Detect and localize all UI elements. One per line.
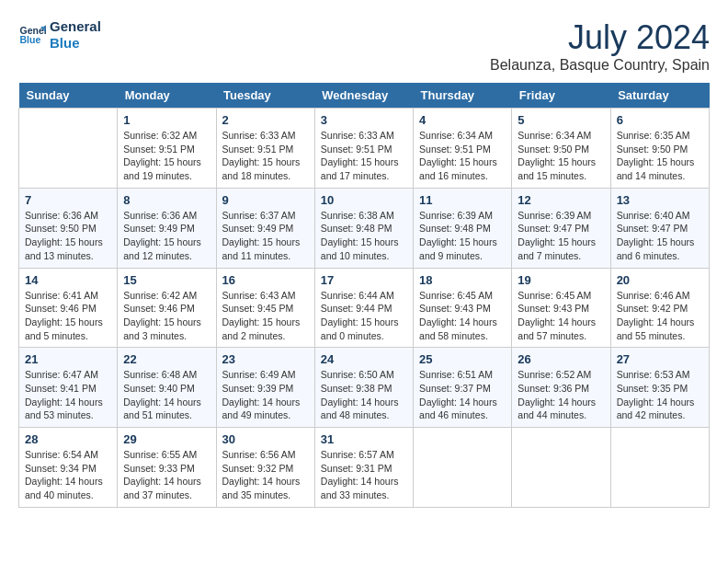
day-number: 27: [617, 352, 703, 366]
calendar-cell: 31Sunrise: 6:57 AM Sunset: 9:31 PM Dayli…: [314, 428, 413, 508]
day-detail: Sunrise: 6:53 AM Sunset: 9:35 PM Dayligh…: [617, 368, 703, 422]
calendar-cell: 5Sunrise: 6:34 AM Sunset: 9:50 PM Daylig…: [512, 109, 610, 189]
calendar-cell: 28Sunrise: 6:54 AM Sunset: 9:34 PM Dayli…: [19, 428, 118, 508]
day-detail: Sunrise: 6:33 AM Sunset: 9:51 PM Dayligh…: [222, 129, 309, 183]
calendar-cell: [19, 109, 118, 189]
calendar-cell: 6Sunrise: 6:35 AM Sunset: 9:50 PM Daylig…: [610, 109, 709, 189]
day-detail: Sunrise: 6:42 AM Sunset: 9:46 PM Dayligh…: [123, 289, 210, 343]
day-detail: Sunrise: 6:56 AM Sunset: 9:32 PM Dayligh…: [222, 448, 309, 502]
calendar-cell: 15Sunrise: 6:42 AM Sunset: 9:46 PM Dayli…: [118, 268, 216, 348]
day-number: 28: [25, 432, 111, 446]
header-saturday: Saturday: [610, 83, 709, 109]
day-detail: Sunrise: 6:32 AM Sunset: 9:51 PM Dayligh…: [123, 129, 210, 183]
calendar-cell: 29Sunrise: 6:55 AM Sunset: 9:33 PM Dayli…: [118, 428, 216, 508]
calendar-cell: 18Sunrise: 6:45 AM Sunset: 9:43 PM Dayli…: [414, 268, 512, 348]
day-number: 25: [419, 352, 506, 366]
day-number: 20: [617, 273, 703, 287]
day-number: 16: [222, 273, 309, 287]
calendar-cell: 20Sunrise: 6:46 AM Sunset: 9:42 PM Dayli…: [610, 268, 709, 348]
calendar-week-3: 14Sunrise: 6:41 AM Sunset: 9:46 PM Dayli…: [19, 268, 710, 348]
day-number: 24: [321, 352, 407, 366]
logo-icon: General Blue: [18, 21, 46, 49]
day-number: 4: [419, 113, 506, 127]
day-detail: Sunrise: 6:52 AM Sunset: 9:36 PM Dayligh…: [518, 368, 604, 422]
location: Belaunza, Basque Country, Spain: [490, 57, 710, 74]
calendar-cell: 1Sunrise: 6:32 AM Sunset: 9:51 PM Daylig…: [118, 109, 216, 189]
calendar-cell: 12Sunrise: 6:39 AM Sunset: 9:47 PM Dayli…: [512, 188, 610, 268]
calendar-cell: [512, 428, 610, 508]
day-detail: Sunrise: 6:36 AM Sunset: 9:49 PM Dayligh…: [123, 209, 210, 263]
page-header: General Blue General Blue July 2024 Bela…: [18, 18, 710, 74]
day-number: 14: [25, 273, 111, 287]
header-friday: Friday: [512, 83, 610, 109]
calendar-cell: 26Sunrise: 6:52 AM Sunset: 9:36 PM Dayli…: [512, 348, 610, 428]
day-number: 22: [123, 352, 210, 366]
calendar-cell: 4Sunrise: 6:34 AM Sunset: 9:51 PM Daylig…: [414, 109, 512, 189]
day-detail: Sunrise: 6:38 AM Sunset: 9:48 PM Dayligh…: [321, 209, 407, 263]
calendar-week-5: 28Sunrise: 6:54 AM Sunset: 9:34 PM Dayli…: [19, 428, 710, 508]
calendar-cell: 27Sunrise: 6:53 AM Sunset: 9:35 PM Dayli…: [610, 348, 709, 428]
day-detail: Sunrise: 6:45 AM Sunset: 9:43 PM Dayligh…: [419, 289, 506, 343]
day-number: 29: [123, 432, 210, 446]
day-detail: Sunrise: 6:40 AM Sunset: 9:47 PM Dayligh…: [617, 209, 703, 263]
calendar-week-2: 7Sunrise: 6:36 AM Sunset: 9:50 PM Daylig…: [19, 188, 710, 268]
day-number: 9: [222, 193, 309, 207]
day-detail: Sunrise: 6:43 AM Sunset: 9:45 PM Dayligh…: [222, 289, 309, 343]
day-detail: Sunrise: 6:48 AM Sunset: 9:40 PM Dayligh…: [123, 368, 210, 422]
calendar-cell: 10Sunrise: 6:38 AM Sunset: 9:48 PM Dayli…: [314, 188, 413, 268]
day-detail: Sunrise: 6:37 AM Sunset: 9:49 PM Dayligh…: [222, 209, 309, 263]
day-number: 1: [123, 113, 210, 127]
header-tuesday: Tuesday: [216, 83, 314, 109]
day-number: 18: [419, 273, 506, 287]
day-number: 6: [617, 113, 703, 127]
calendar-week-1: 1Sunrise: 6:32 AM Sunset: 9:51 PM Daylig…: [19, 109, 710, 189]
calendar-cell: 22Sunrise: 6:48 AM Sunset: 9:40 PM Dayli…: [118, 348, 216, 428]
day-detail: Sunrise: 6:54 AM Sunset: 9:34 PM Dayligh…: [25, 448, 111, 502]
logo-line2: Blue: [50, 35, 101, 52]
day-detail: Sunrise: 6:46 AM Sunset: 9:42 PM Dayligh…: [617, 289, 703, 343]
day-number: 15: [123, 273, 210, 287]
day-number: 3: [321, 113, 407, 127]
day-detail: Sunrise: 6:55 AM Sunset: 9:33 PM Dayligh…: [123, 448, 210, 502]
logo-line1: General: [50, 18, 101, 35]
header-thursday: Thursday: [414, 83, 512, 109]
day-detail: Sunrise: 6:34 AM Sunset: 9:51 PM Dayligh…: [419, 129, 506, 183]
calendar-cell: 24Sunrise: 6:50 AM Sunset: 9:38 PM Dayli…: [314, 348, 413, 428]
day-number: 30: [222, 432, 309, 446]
calendar-cell: 14Sunrise: 6:41 AM Sunset: 9:46 PM Dayli…: [19, 268, 118, 348]
month-year: July 2024: [490, 18, 710, 57]
day-detail: Sunrise: 6:44 AM Sunset: 9:44 PM Dayligh…: [321, 289, 407, 343]
header-sunday: Sunday: [19, 83, 118, 109]
title-block: July 2024 Belaunza, Basque Country, Spai…: [490, 18, 710, 74]
day-detail: Sunrise: 6:50 AM Sunset: 9:38 PM Dayligh…: [321, 368, 407, 422]
calendar-cell: 17Sunrise: 6:44 AM Sunset: 9:44 PM Dayli…: [314, 268, 413, 348]
calendar-cell: 3Sunrise: 6:33 AM Sunset: 9:51 PM Daylig…: [314, 109, 413, 189]
calendar-cell: 13Sunrise: 6:40 AM Sunset: 9:47 PM Dayli…: [610, 188, 709, 268]
calendar-header-row: Sunday Monday Tuesday Wednesday Thursday…: [19, 83, 710, 109]
calendar-cell: 30Sunrise: 6:56 AM Sunset: 9:32 PM Dayli…: [216, 428, 314, 508]
header-monday: Monday: [118, 83, 216, 109]
day-number: 12: [518, 193, 604, 207]
day-detail: Sunrise: 6:45 AM Sunset: 9:43 PM Dayligh…: [518, 289, 604, 343]
calendar-cell: 11Sunrise: 6:39 AM Sunset: 9:48 PM Dayli…: [414, 188, 512, 268]
day-detail: Sunrise: 6:36 AM Sunset: 9:50 PM Dayligh…: [25, 209, 111, 263]
day-number: 23: [222, 352, 309, 366]
calendar-cell: 9Sunrise: 6:37 AM Sunset: 9:49 PM Daylig…: [216, 188, 314, 268]
day-number: 26: [518, 352, 604, 366]
day-number: 7: [25, 193, 111, 207]
logo: General Blue General Blue: [18, 18, 101, 52]
day-detail: Sunrise: 6:51 AM Sunset: 9:37 PM Dayligh…: [419, 368, 506, 422]
calendar-week-4: 21Sunrise: 6:47 AM Sunset: 9:41 PM Dayli…: [19, 348, 710, 428]
day-number: 10: [321, 193, 407, 207]
day-number: 17: [321, 273, 407, 287]
day-number: 11: [419, 193, 506, 207]
day-number: 21: [25, 352, 111, 366]
calendar-cell: 7Sunrise: 6:36 AM Sunset: 9:50 PM Daylig…: [19, 188, 118, 268]
calendar-cell: 19Sunrise: 6:45 AM Sunset: 9:43 PM Dayli…: [512, 268, 610, 348]
calendar-cell: 21Sunrise: 6:47 AM Sunset: 9:41 PM Dayli…: [19, 348, 118, 428]
calendar-table: Sunday Monday Tuesday Wednesday Thursday…: [18, 83, 710, 508]
day-detail: Sunrise: 6:47 AM Sunset: 9:41 PM Dayligh…: [25, 368, 111, 422]
day-detail: Sunrise: 6:39 AM Sunset: 9:48 PM Dayligh…: [419, 209, 506, 263]
day-detail: Sunrise: 6:35 AM Sunset: 9:50 PM Dayligh…: [617, 129, 703, 183]
calendar-cell: 8Sunrise: 6:36 AM Sunset: 9:49 PM Daylig…: [118, 188, 216, 268]
